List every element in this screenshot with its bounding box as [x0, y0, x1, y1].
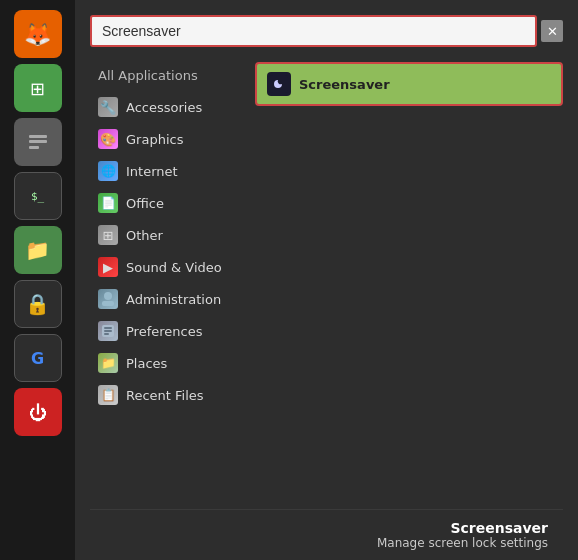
- category-other[interactable]: ⊞ Other: [90, 219, 250, 251]
- svg-point-3: [104, 292, 112, 300]
- status-bar: Screensaver Manage screen lock settings: [90, 509, 563, 560]
- office-icon: 📄: [98, 193, 118, 213]
- main-content: Screensaver ✕ All Applications 🔧 Accesso…: [75, 0, 578, 560]
- category-places[interactable]: 📁 Places: [90, 347, 250, 379]
- soundvideo-label: Sound & Video: [126, 260, 222, 275]
- places-icon: 📁: [98, 353, 118, 373]
- result-screensaver[interactable]: Screensaver: [255, 62, 563, 106]
- grid-icon[interactable]: ⊞: [14, 64, 62, 112]
- clear-search-button[interactable]: ✕: [541, 20, 563, 42]
- search-bar-container: Screensaver ✕: [90, 15, 563, 47]
- lock-icon[interactable]: 🔒: [14, 280, 62, 328]
- svg-rect-7: [104, 330, 112, 332]
- category-preferences[interactable]: Preferences: [90, 315, 250, 347]
- svg-rect-0: [29, 135, 47, 138]
- screensaver-result-icon: [267, 72, 291, 96]
- other-icon: ⊞: [98, 225, 118, 245]
- svg-rect-6: [104, 327, 112, 329]
- firefox-icon[interactable]: 🦊: [14, 10, 62, 58]
- category-administration[interactable]: Administration: [90, 283, 250, 315]
- category-office[interactable]: 📄 Office: [90, 187, 250, 219]
- sidebar: 🦊 ⊞ $_ 📁 🔒 G ⏻: [0, 0, 75, 560]
- category-accessories[interactable]: 🔧 Accessories: [90, 91, 250, 123]
- power-icon[interactable]: ⏻: [14, 388, 62, 436]
- office-label: Office: [126, 196, 164, 211]
- administration-label: Administration: [126, 292, 221, 307]
- screensaver-result-label: Screensaver: [299, 77, 390, 92]
- results-list: Screensaver: [250, 62, 563, 509]
- search-input[interactable]: Screensaver: [90, 15, 537, 47]
- places-label: Places: [126, 356, 167, 371]
- soundvideo-icon: ▶: [98, 257, 118, 277]
- internet-icon: 🌐: [98, 161, 118, 181]
- all-applications-label[interactable]: All Applications: [90, 62, 250, 91]
- terminal-icon[interactable]: $_: [14, 172, 62, 220]
- category-soundvideo[interactable]: ▶ Sound & Video: [90, 251, 250, 283]
- graphics-label: Graphics: [126, 132, 183, 147]
- svg-rect-1: [29, 140, 47, 143]
- accessories-label: Accessories: [126, 100, 202, 115]
- recent-icon: 📋: [98, 385, 118, 405]
- status-app-desc: Manage screen lock settings: [105, 536, 548, 550]
- preferences-icon: [98, 321, 118, 341]
- other-label: Other: [126, 228, 163, 243]
- accessories-icon: 🔧: [98, 97, 118, 117]
- svg-rect-2: [29, 146, 39, 149]
- preferences-label: Preferences: [126, 324, 202, 339]
- category-recent[interactable]: 📋 Recent Files: [90, 379, 250, 411]
- graphics-icon: 🎨: [98, 129, 118, 149]
- content-area: All Applications 🔧 Accessories 🎨 Graphic…: [90, 62, 563, 509]
- category-list: All Applications 🔧 Accessories 🎨 Graphic…: [90, 62, 250, 509]
- recent-label: Recent Files: [126, 388, 204, 403]
- status-app-name: Screensaver: [105, 520, 548, 536]
- administration-icon: [98, 289, 118, 309]
- category-graphics[interactable]: 🎨 Graphics: [90, 123, 250, 155]
- internet-label: Internet: [126, 164, 178, 179]
- svg-rect-4: [102, 301, 114, 306]
- svg-rect-8: [104, 333, 109, 335]
- gcal-icon[interactable]: G: [14, 334, 62, 382]
- category-internet[interactable]: 🌐 Internet: [90, 155, 250, 187]
- ui-icon[interactable]: [14, 118, 62, 166]
- files-icon[interactable]: 📁: [14, 226, 62, 274]
